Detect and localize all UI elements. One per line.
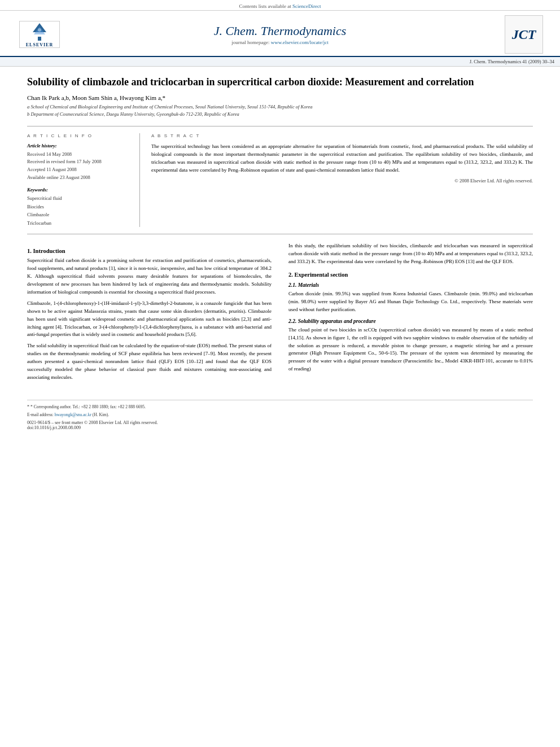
footer-ids: 0021-9614/$ – see front matter © 2008 El…	[27, 420, 533, 430]
section2-heading: 2. Experimental section	[288, 272, 533, 278]
keyword-2: Biocides	[27, 203, 132, 211]
affiliation-b: b Department of Cosmeceutical Science, D…	[27, 111, 533, 118]
main-col-right: In this study, the equilibrium solubilit…	[286, 242, 533, 385]
contents-available-text: Contents lists available at	[239, 3, 291, 9]
elsevier-label: ELSEVIER	[26, 42, 53, 47]
section1-para3: The solid solubility in supercritical fl…	[27, 342, 272, 382]
accepted-date: Accepted 11 August 2008	[27, 166, 132, 174]
jct-logo-box: JCT	[505, 15, 543, 54]
elsevier-logo: ELSEVIER	[17, 21, 62, 48]
jct-logo: JCT	[498, 15, 543, 54]
abstract-label: A B S T R A C T	[151, 133, 533, 138]
available-date: Available online 23 August 2008	[27, 174, 132, 182]
svg-point-3	[38, 28, 41, 32]
email-address[interactable]: hwayongk@snu.ac.kr	[55, 412, 91, 417]
section2-para2: The cloud point of two biocides in scCO₂…	[288, 326, 533, 374]
email-label: E-mail address:	[27, 412, 54, 417]
footer-star-text: * Corresponding author. Tel.: +82 2 880 …	[30, 404, 146, 409]
keywords-label: Keywords:	[27, 187, 132, 193]
keyword-3: Climbazole	[27, 211, 132, 219]
subsection22-heading: 2.2. Solubility apparatus and procedure	[288, 318, 533, 324]
abstract-copyright: © 2008 Elsevier Ltd. All rights reserved…	[151, 178, 533, 184]
journal-info-bar: J. Chem. Thermodynamics 41 (2009) 30–34	[0, 57, 560, 67]
elsevier-tree-icon	[28, 22, 51, 41]
email-suffix: (H. Kim).	[93, 412, 109, 417]
journal-title-center: J. Chem. Thermodynamics journal homepage…	[62, 24, 498, 45]
journal-homepage: journal homepage: www.elsevier.com/locat…	[62, 40, 498, 45]
section1-para4: In this study, the equilibrium solubilit…	[288, 242, 533, 266]
article-info-col: A R T I C L E I N F O Article history: R…	[27, 133, 140, 227]
sciencedirect-link[interactable]: ScienceDirect	[292, 3, 321, 9]
main-content: 1. Introduction Supercritical fluid carb…	[27, 242, 533, 385]
svg-rect-0	[38, 37, 41, 41]
journal-title: J. Chem. Thermodynamics	[62, 24, 498, 38]
article-info-abstract: A R T I C L E I N F O Article history: R…	[27, 126, 533, 234]
section1-heading: 1. Introduction	[27, 248, 272, 254]
footer-email-line: E-mail address: hwayongk@snu.ac.kr (H. K…	[27, 412, 533, 418]
main-col-left: 1. Introduction Supercritical fluid carb…	[27, 242, 274, 385]
jct-logo-text: JCT	[512, 27, 536, 42]
section1-para1: Supercritical fluid carbon dioxide is a …	[27, 257, 272, 296]
affiliations: a School of Chemical and Biological Engi…	[27, 103, 533, 118]
article-title: Solubility of climbazole and triclocarba…	[27, 76, 533, 89]
affiliation-a: a School of Chemical and Biological Engi…	[27, 103, 533, 111]
journal-header: ELSEVIER J. Chem. Thermodynamics journal…	[0, 11, 560, 57]
footer-issn: 0021-9614/$ – see front matter © 2008 El…	[27, 420, 533, 425]
homepage-url[interactable]: www.elsevier.com/locate/jct	[271, 40, 329, 45]
header-top-bar: Contents lists available at ScienceDirec…	[0, 0, 560, 11]
footer-doi: doi:10.1016/j.jct.2008.08.009	[27, 425, 533, 430]
elsevier-logo-box: ELSEVIER	[19, 21, 60, 48]
article-info-label: A R T I C L E I N F O	[27, 133, 132, 138]
footer-star-note: * * Corresponding author. Tel.: +82 2 88…	[27, 404, 533, 410]
subsection21-heading: 2.1. Materials	[288, 282, 533, 288]
article-body: Solubility of climbazole and triclocarba…	[0, 67, 560, 394]
abstract-col: A B S T R A C T The supercritical techno…	[151, 133, 533, 227]
received-revised-date: Received in revised form 17 July 2008	[27, 158, 132, 166]
history-label: Article history:	[27, 143, 132, 148]
received-date: Received 14 May 2008	[27, 151, 132, 159]
keyword-4: Triclocarban	[27, 219, 132, 227]
abstract-text: The supercritical technology has been co…	[151, 143, 533, 174]
section2-para1: Carbon dioxide (min. 99.5%) was supplied…	[288, 290, 533, 314]
article-authors: Chan Ik Park a,b, Moon Sam Shin a, Hwayo…	[27, 94, 533, 101]
article-footer: * * Corresponding author. Tel.: +82 2 88…	[27, 400, 533, 430]
section1-para2: Climbazole, 1-(4-chlorophenoxy)-1-(1H-im…	[27, 300, 272, 339]
keyword-1: Supercritical fluid	[27, 194, 132, 202]
journal-issue: J. Chem. Thermodynamics 41 (2009) 30–34	[470, 59, 554, 64]
homepage-label: journal homepage:	[231, 40, 269, 45]
